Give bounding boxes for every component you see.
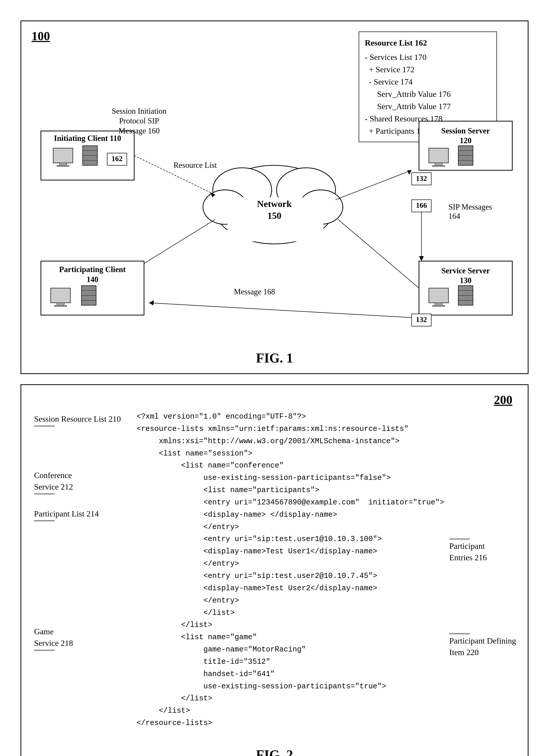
svg-rect-0 [41,131,134,180]
svg-line-57 [336,170,412,200]
svg-marker-53 [210,192,215,197]
svg-rect-44 [227,197,323,241]
game-service-label: Game Service 218 [34,626,73,650]
resource-list-line6: - Shared Resources 178 [365,112,491,125]
svg-point-42 [203,190,247,224]
svg-rect-65 [412,314,431,326]
svg-text:Network: Network [257,199,292,209]
svg-rect-15 [458,146,473,165]
svg-rect-23 [57,303,64,305]
svg-marker-64 [419,256,424,261]
svg-rect-59 [412,200,431,212]
svg-text:164: 164 [448,212,460,221]
svg-point-40 [213,168,272,212]
svg-rect-32 [429,288,449,303]
resource-list-line5: Serv_Attrib Value 177 [365,100,491,112]
resource-list-title: Resource List 162 [365,37,491,49]
participant-list-label: Participant List 214 [34,508,99,521]
svg-text:130: 130 [460,276,472,285]
svg-text:Participating Client: Participating Client [59,265,126,274]
svg-text:Session Initiation: Session Initiation [112,107,167,116]
resource-list-line4: Serv_Attrib Value 176 [365,88,491,100]
fig2-container: 200 Session Resource List 210 Conference… [20,384,529,756]
fig2-right-labels: Participant Entries 216 Participant Defi… [444,411,549,729]
session-resource-list-label: Session Resource List 210 [34,413,121,426]
svg-rect-13 [435,163,442,165]
svg-text:162: 162 [111,154,122,163]
participant-entries-label: Participant Entries 216 [449,539,487,563]
svg-text:Initiating Client 110: Initiating Client 110 [54,134,121,143]
svg-rect-19 [41,261,144,315]
svg-line-69 [149,303,411,317]
svg-marker-70 [149,300,154,305]
svg-rect-25 [81,286,96,305]
svg-text:Message 160: Message 160 [119,127,160,135]
svg-rect-50 [107,153,127,165]
resource-list-line2: + Service 172 [365,63,491,76]
svg-point-41 [277,168,336,212]
fig1-label: 100 [32,29,50,43]
svg-text:SIP Messages: SIP Messages [448,203,492,211]
svg-rect-12 [429,148,449,163]
svg-text:166: 166 [416,201,427,209]
resource-list-line3: - Service 174 [365,76,491,88]
svg-rect-35 [458,286,473,305]
svg-rect-55 [412,173,431,185]
svg-rect-24 [54,305,67,307]
svg-line-68 [338,219,419,288]
fig2-label: 200 [494,393,512,407]
conference-service-label: Conference Service 212 [34,470,73,494]
svg-marker-58 [407,170,411,175]
svg-rect-14 [432,165,445,167]
svg-text:132: 132 [416,174,427,182]
svg-text:132: 132 [416,315,427,324]
resource-list-box: Resource List 162 - Services List 170 + … [359,32,497,142]
fig1-caption: FIG. 1 [21,345,528,366]
svg-rect-5 [83,146,97,165]
svg-text:Resource List: Resource List [173,161,217,170]
svg-line-52 [134,156,215,195]
svg-rect-4 [57,165,69,167]
svg-text:150: 150 [267,211,282,221]
svg-point-39 [213,165,336,244]
svg-rect-3 [59,163,67,165]
svg-rect-2 [53,148,73,163]
fig2-caption: FIG. 2 [32,737,517,756]
svg-text:140: 140 [87,275,98,284]
svg-text:Message 168: Message 168 [234,287,275,296]
page: 100 Resource List 162 - Services List 17… [0,0,549,756]
fig1-container: 100 Resource List 162 - Services List 17… [20,20,529,374]
svg-text:Service Server: Service Server [441,266,490,275]
fig2-left-labels: Session Resource List 210 Conference Ser… [32,411,134,729]
svg-rect-22 [51,288,70,303]
resource-list-line1: - Services List 170 [365,51,491,63]
svg-rect-34 [432,305,445,307]
resource-list-line7: + Participants 179 [365,125,491,137]
svg-rect-29 [419,261,512,315]
svg-rect-33 [435,303,442,305]
fig2-code-block: <?xml version="1.0" encoding="UTF-8"?> <… [137,411,444,729]
participant-defining-item-label: Participant Defining Item 220 [449,634,516,658]
svg-point-43 [299,190,343,224]
svg-text:Protocol SIP: Protocol SIP [119,117,159,126]
svg-line-67 [144,219,215,263]
